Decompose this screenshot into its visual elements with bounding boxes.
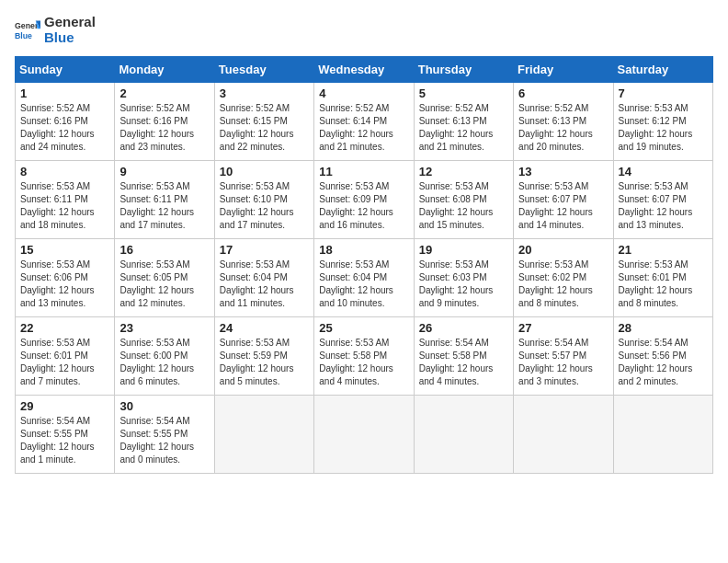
calendar-cell (414, 396, 513, 474)
calendar-cell: 27 Sunrise: 5:54 AMSunset: 5:57 PMDaylig… (514, 317, 613, 396)
logo-icon: General Blue (15, 17, 40, 43)
calendar-cell: 24 Sunrise: 5:53 AMSunset: 5:59 PMDaylig… (214, 317, 313, 396)
calendar-cell (514, 396, 613, 474)
day-number: 15 (20, 243, 109, 257)
day-info: Sunrise: 5:53 AMSunset: 5:59 PMDaylight:… (220, 337, 309, 388)
day-info: Sunrise: 5:52 AMSunset: 6:16 PMDaylight:… (20, 102, 109, 154)
day-info: Sunrise: 5:52 AMSunset: 6:15 PMDaylight:… (220, 102, 309, 154)
day-number: 5 (419, 86, 508, 100)
day-info: Sunrise: 5:52 AMSunset: 6:13 PMDaylight:… (419, 102, 508, 154)
day-info: Sunrise: 5:53 AMSunset: 5:58 PMDaylight:… (319, 337, 408, 388)
day-info: Sunrise: 5:52 AMSunset: 6:13 PMDaylight:… (518, 102, 608, 154)
day-number: 11 (319, 165, 408, 178)
calendar-cell: 13 Sunrise: 5:53 AMSunset: 6:07 PMDaylig… (514, 161, 613, 239)
day-info: Sunrise: 5:53 AMSunset: 6:11 PMDaylight:… (119, 180, 209, 232)
day-number: 21 (619, 243, 708, 257)
day-of-week-header: Monday (115, 57, 214, 83)
day-number: 30 (119, 399, 209, 413)
day-number: 24 (220, 321, 309, 335)
day-number: 23 (119, 321, 209, 335)
day-of-week-header: Sunday (16, 57, 115, 83)
day-number: 1 (20, 86, 109, 100)
day-info: Sunrise: 5:53 AMSunset: 6:04 PMDaylight:… (319, 259, 408, 310)
day-info: Sunrise: 5:54 AMSunset: 5:56 PMDaylight:… (619, 337, 708, 388)
day-info: Sunrise: 5:53 AMSunset: 6:06 PMDaylight:… (20, 259, 109, 310)
day-info: Sunrise: 5:52 AMSunset: 6:14 PMDaylight:… (319, 102, 408, 154)
day-info: Sunrise: 5:53 AMSunset: 6:07 PMDaylight:… (518, 180, 608, 232)
day-info: Sunrise: 5:53 AMSunset: 6:12 PMDaylight:… (619, 102, 708, 154)
calendar-cell: 1 Sunrise: 5:52 AMSunset: 6:16 PMDayligh… (16, 83, 115, 161)
calendar-cell: 18 Sunrise: 5:53 AMSunset: 6:04 PMDaylig… (314, 239, 414, 317)
day-number: 6 (518, 86, 608, 100)
calendar-cell: 29 Sunrise: 5:54 AMSunset: 5:55 PMDaylig… (16, 396, 115, 474)
day-of-week-header: Saturday (613, 57, 712, 83)
day-info: Sunrise: 5:53 AMSunset: 6:03 PMDaylight:… (419, 259, 508, 310)
day-info: Sunrise: 5:53 AMSunset: 6:01 PMDaylight:… (20, 337, 109, 388)
day-number: 3 (220, 86, 309, 100)
day-number: 20 (518, 243, 608, 257)
calendar-cell: 15 Sunrise: 5:53 AMSunset: 6:06 PMDaylig… (16, 239, 115, 317)
calendar-cell: 28 Sunrise: 5:54 AMSunset: 5:56 PMDaylig… (613, 317, 712, 396)
calendar-header-row: SundayMondayTuesdayWednesdayThursdayFrid… (16, 57, 713, 83)
calendar-cell: 2 Sunrise: 5:52 AMSunset: 6:16 PMDayligh… (115, 83, 214, 161)
day-info: Sunrise: 5:53 AMSunset: 6:04 PMDaylight:… (220, 259, 309, 310)
day-info: Sunrise: 5:53 AMSunset: 6:01 PMDaylight:… (619, 259, 708, 310)
calendar-cell (314, 396, 414, 474)
calendar-cell: 22 Sunrise: 5:53 AMSunset: 6:01 PMDaylig… (16, 317, 115, 396)
day-number: 2 (119, 86, 209, 100)
day-number: 26 (419, 321, 508, 335)
day-info: Sunrise: 5:53 AMSunset: 6:07 PMDaylight:… (619, 180, 708, 232)
day-number: 29 (20, 399, 109, 413)
day-info: Sunrise: 5:54 AMSunset: 5:57 PMDaylight:… (518, 337, 608, 388)
calendar-cell (613, 396, 712, 474)
day-number: 4 (319, 86, 408, 100)
calendar-cell: 30 Sunrise: 5:54 AMSunset: 5:55 PMDaylig… (115, 396, 214, 474)
calendar-week-row: 29 Sunrise: 5:54 AMSunset: 5:55 PMDaylig… (16, 396, 713, 474)
calendar-cell: 7 Sunrise: 5:53 AMSunset: 6:12 PMDayligh… (613, 83, 712, 161)
day-number: 17 (220, 243, 309, 257)
day-info: Sunrise: 5:53 AMSunset: 6:09 PMDaylight:… (319, 180, 408, 232)
calendar-cell (214, 396, 313, 474)
day-of-week-header: Friday (514, 57, 613, 83)
page-header: General Blue General Blue (15, 15, 713, 45)
calendar-cell: 3 Sunrise: 5:52 AMSunset: 6:15 PMDayligh… (214, 83, 313, 161)
day-number: 10 (220, 165, 309, 178)
calendar-cell: 4 Sunrise: 5:52 AMSunset: 6:14 PMDayligh… (314, 83, 414, 161)
day-info: Sunrise: 5:53 AMSunset: 6:00 PMDaylight:… (119, 337, 209, 388)
calendar-cell: 16 Sunrise: 5:53 AMSunset: 6:05 PMDaylig… (115, 239, 214, 317)
day-number: 14 (619, 165, 708, 178)
calendar-cell: 11 Sunrise: 5:53 AMSunset: 6:09 PMDaylig… (314, 161, 414, 239)
calendar-week-row: 15 Sunrise: 5:53 AMSunset: 6:06 PMDaylig… (16, 239, 713, 317)
day-number: 9 (119, 165, 209, 178)
calendar-week-row: 8 Sunrise: 5:53 AMSunset: 6:11 PMDayligh… (16, 161, 713, 239)
day-number: 25 (319, 321, 408, 335)
day-info: Sunrise: 5:53 AMSunset: 6:08 PMDaylight:… (419, 180, 508, 232)
calendar-cell: 10 Sunrise: 5:53 AMSunset: 6:10 PMDaylig… (214, 161, 313, 239)
calendar-cell: 23 Sunrise: 5:53 AMSunset: 6:00 PMDaylig… (115, 317, 214, 396)
day-number: 18 (319, 243, 408, 257)
day-number: 16 (119, 243, 209, 257)
day-number: 8 (20, 165, 109, 178)
calendar-cell: 6 Sunrise: 5:52 AMSunset: 6:13 PMDayligh… (514, 83, 613, 161)
day-of-week-header: Wednesday (314, 57, 414, 83)
calendar-week-row: 1 Sunrise: 5:52 AMSunset: 6:16 PMDayligh… (16, 83, 713, 161)
calendar-cell: 14 Sunrise: 5:53 AMSunset: 6:07 PMDaylig… (613, 161, 712, 239)
day-number: 12 (419, 165, 508, 178)
day-of-week-header: Thursday (414, 57, 513, 83)
day-info: Sunrise: 5:53 AMSunset: 6:05 PMDaylight:… (119, 259, 209, 310)
calendar-cell: 9 Sunrise: 5:53 AMSunset: 6:11 PMDayligh… (115, 161, 214, 239)
day-number: 13 (518, 165, 608, 178)
day-number: 22 (20, 321, 109, 335)
day-info: Sunrise: 5:54 AMSunset: 5:58 PMDaylight:… (419, 337, 508, 388)
day-number: 27 (518, 321, 608, 335)
day-info: Sunrise: 5:52 AMSunset: 6:16 PMDaylight:… (119, 102, 209, 154)
calendar-cell: 21 Sunrise: 5:53 AMSunset: 6:01 PMDaylig… (613, 239, 712, 317)
day-info: Sunrise: 5:54 AMSunset: 5:55 PMDaylight:… (20, 415, 109, 466)
day-info: Sunrise: 5:53 AMSunset: 6:11 PMDaylight:… (20, 180, 109, 232)
calendar-week-row: 22 Sunrise: 5:53 AMSunset: 6:01 PMDaylig… (16, 317, 713, 396)
day-number: 19 (419, 243, 508, 257)
calendar-cell: 26 Sunrise: 5:54 AMSunset: 5:58 PMDaylig… (414, 317, 513, 396)
logo: General Blue General Blue (15, 15, 96, 45)
svg-text:Blue: Blue (15, 30, 32, 40)
calendar-cell: 17 Sunrise: 5:53 AMSunset: 6:04 PMDaylig… (214, 239, 313, 317)
